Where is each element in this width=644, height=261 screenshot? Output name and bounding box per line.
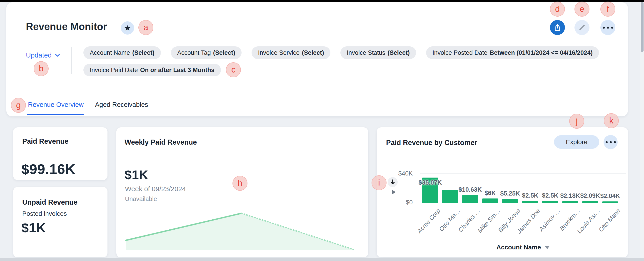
annotation-marker-c: c — [226, 62, 241, 77]
filter-label: Account Name — [90, 49, 130, 56]
bar-otto-ma[interactable] — [442, 190, 458, 203]
filter-pill-invoice-service[interactable]: Invoice Service(Select) — [252, 46, 330, 59]
edit-button[interactable] — [574, 20, 590, 35]
active-tab-underline — [27, 114, 84, 115]
bar-asimov[interactable] — [542, 201, 558, 203]
tab-aged-receivables[interactable]: Aged Receivables — [95, 101, 148, 108]
bar-value-label: $2.5K — [542, 192, 558, 199]
y-axis-tick: $40K — [390, 170, 413, 177]
filter-label: Invoice Posted Date — [432, 49, 488, 56]
bar-otto-mann[interactable] — [602, 201, 618, 203]
filter-pill-account-tag[interactable]: Account Tag(Select) — [171, 46, 242, 59]
explore-label: Explore — [566, 138, 588, 146]
star-icon: ★ — [124, 24, 131, 32]
expand-toggle-icon[interactable] — [392, 190, 396, 195]
x-axis-title: Account Name — [496, 244, 541, 251]
bar-value-label: $10.63K — [458, 186, 482, 193]
card-title: Paid Revenue by Customer — [386, 139, 477, 147]
tab-revenue-overview[interactable]: Revenue Overview — [28, 101, 84, 108]
status-label: Unavailable — [125, 195, 157, 203]
pencil-icon — [578, 24, 586, 31]
bar-chart-x-axis-labels: Acme CorpOtto Ma…Charles …Mike Sm…Billy … — [420, 204, 626, 243]
bar-louis-asi[interactable] — [582, 201, 598, 203]
updated-label: Updated — [26, 51, 52, 59]
bar-chart-plot-area: $35.07K$10.63K$6K$5.25K$2.5K$2.5K$2.18K$… — [420, 173, 626, 203]
x-axis-label: Acme Corp — [416, 207, 442, 235]
filter-label: Invoice Service — [258, 49, 300, 56]
vertical-divider — [71, 47, 72, 74]
bar-value-label: $5.25K — [500, 190, 520, 197]
dashboard-header-card: Revenue Monitor ★ Updated Account Name(S… — [6, 2, 628, 116]
filter-row-2: Invoice Paid DateOn or after Last 3 Mont… — [84, 64, 221, 76]
x-axis-title-sort[interactable]: Account Name — [420, 244, 626, 251]
card-title: Weekly Paid Revenue — [124, 138, 197, 146]
filter-pill-account-name[interactable]: Account Name(Select) — [84, 46, 161, 59]
unpaid-revenue-value: $1K — [21, 220, 46, 235]
unpaid-revenue-card: Unpaid Revenue Posted invoices $1K — [13, 187, 108, 257]
filter-pill-invoice-paid-date[interactable]: Invoice Paid DateOn or after Last 3 Mont… — [84, 64, 221, 76]
filter-pill-invoice-posted-date[interactable]: Invoice Posted DateBetween (01/01/2024 <… — [426, 46, 599, 59]
bar-value-label: $6K — [484, 190, 496, 197]
annotation-marker-h: h — [232, 176, 248, 191]
filter-pill-invoice-status[interactable]: Invoice Status(Select) — [340, 46, 416, 59]
bar-value-label: $2.04K — [600, 193, 620, 200]
filter-row-1: Account Name(Select)Account Tag(Select)I… — [84, 46, 599, 59]
paid-revenue-value: $99.16K — [21, 161, 76, 177]
y-axis-tick: $0 — [390, 199, 413, 206]
annotation-marker-g: g — [11, 98, 26, 113]
bar-value-label: $2.09K — [580, 192, 600, 199]
bar-brockm[interactable] — [562, 201, 578, 203]
more-options-button[interactable] — [600, 20, 615, 35]
bar-value-label: $2.18K — [560, 192, 580, 199]
annotation-marker-d: d — [550, 2, 565, 17]
card-more-options-button[interactable] — [604, 135, 618, 149]
chevron-down-icon — [55, 54, 60, 57]
bar-james-doe[interactable] — [522, 201, 538, 203]
updated-dropdown[interactable]: Updated — [26, 51, 60, 59]
window-bottom-edge — [0, 258, 644, 261]
ellipsis-icon — [606, 141, 616, 143]
favorite-star-button[interactable]: ★ — [121, 21, 134, 35]
paid-revenue-by-customer-card: Paid Revenue by Customer Explore $40K $0… — [377, 127, 628, 257]
bar-mike-sm[interactable] — [482, 198, 498, 203]
explore-button[interactable]: Explore — [554, 135, 599, 149]
filter-label: Invoice Status — [347, 49, 386, 56]
filter-value: (Select) — [213, 49, 236, 56]
annotation-marker-e: e — [574, 2, 590, 17]
tab-bar: Revenue OverviewAged Receivables — [28, 101, 148, 108]
annotation-marker-i: i — [372, 175, 386, 190]
filter-value: Between (01/01/2024 <= 04/16/2024) — [490, 49, 593, 56]
sort-triangle-icon — [545, 246, 550, 249]
annotation-marker-a: a — [138, 20, 154, 35]
x-axis-label: Asimov … — [538, 207, 562, 233]
filter-value: (Select) — [132, 49, 154, 56]
bar-billy-jones[interactable] — [502, 199, 518, 203]
tabs-divider — [6, 94, 628, 94]
share-icon — [553, 24, 562, 32]
bar-charles[interactable] — [462, 195, 478, 203]
filter-label: Invoice Paid Date — [90, 67, 138, 74]
x-axis-label: Otto Mann — [598, 207, 622, 233]
paid-revenue-card: Paid Revenue $99.16K — [13, 127, 108, 180]
filter-value: (Select) — [302, 49, 324, 56]
scrollbar-thumb[interactable] — [641, 2, 644, 52]
page-title: Revenue Monitor — [26, 21, 107, 32]
filter-value: On or after Last 3 Months — [140, 67, 214, 74]
card-subtitle: Posted invoices — [22, 210, 67, 217]
download-arrow-icon — [390, 179, 396, 185]
annotation-marker-j: j — [569, 114, 584, 129]
browser-top-bar — [0, 0, 644, 2]
filter-value: (Select) — [388, 49, 410, 56]
annotation-marker-f: f — [600, 2, 615, 17]
bar-value-label: $2.5K — [522, 192, 538, 199]
weekly-value: $1K — [124, 167, 148, 182]
share-button[interactable] — [550, 20, 565, 35]
card-title: Paid Revenue — [22, 137, 68, 145]
card-title: Unpaid Revenue — [22, 198, 78, 206]
download-button[interactable] — [388, 177, 398, 187]
annotation-marker-k: k — [604, 113, 619, 128]
week-label: Week of 09/23/2024 — [125, 185, 186, 193]
annotation-marker-b: b — [34, 61, 49, 76]
weekly-paid-revenue-card: Weekly Paid Revenue $1K Week of 09/23/20… — [116, 127, 368, 257]
bar-value-label: $35.07K — [418, 179, 442, 186]
